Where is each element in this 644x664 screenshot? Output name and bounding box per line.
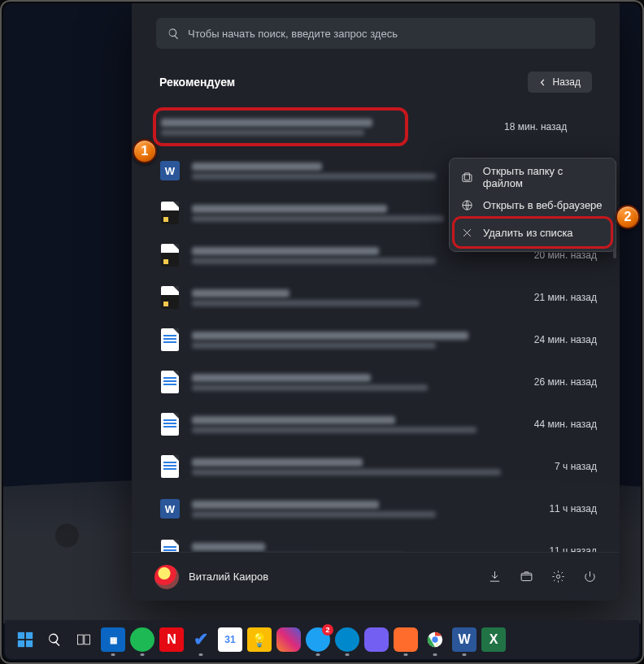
file-icon: [159, 454, 181, 479]
search-placeholder: Чтобы начать поиск, введите запрос здесь: [188, 28, 398, 40]
menu-remove-label: Удалить из списка: [483, 227, 573, 239]
menu-open-folder[interactable]: Открыть папку с файлом: [455, 163, 611, 191]
desktop-background: Чтобы начать поиск, введите запрос здесь…: [3, 3, 641, 661]
search-icon: [47, 632, 62, 647]
folder-icon: [461, 171, 473, 184]
taskbar-spotify[interactable]: [130, 627, 154, 652]
search-box[interactable]: Чтобы начать поиск, введите запрос здесь: [156, 18, 595, 49]
item-text: [192, 456, 543, 478]
twitter-badge: 2: [322, 624, 333, 636]
menu-open-browser-label: Открыть в веб-браузере: [483, 199, 603, 211]
item-time: 11 ч назад: [549, 545, 602, 552]
recommended-item[interactable]: 11 ч назад: [150, 530, 611, 552]
file-icon: [159, 412, 181, 436]
file-icon: W: [159, 158, 181, 183]
item-time: 21 мин. назад: [534, 292, 602, 303]
recommended-item[interactable]: W11 ч назад: [150, 488, 611, 530]
svg-rect-5: [18, 632, 24, 639]
item-text: [192, 371, 523, 393]
taskbar-search[interactable]: [42, 627, 67, 652]
power-icon[interactable]: [583, 570, 597, 584]
menu-remove-from-list[interactable]: Удалить из списка: [455, 219, 611, 246]
recommended-item[interactable]: 21 мин. назад: [150, 276, 611, 319]
file-icon: W: [159, 497, 181, 521]
file-icon: [159, 539, 181, 552]
item-text: [161, 116, 397, 138]
item-text: [192, 414, 523, 436]
item-time: 18 мин. назад: [504, 121, 572, 132]
context-menu: Открыть папку с файлом Открыть в веб-бра…: [449, 158, 616, 252]
taskbar-word[interactable]: W: [452, 627, 476, 652]
item-time: 26 мин. назад: [534, 376, 602, 388]
item-text: [192, 287, 523, 309]
svg-point-12: [432, 636, 437, 642]
globe-icon: [461, 199, 473, 211]
taskbar-twitter[interactable]: 2: [306, 627, 330, 652]
recommended-item[interactable]: 18 мин. назад: [154, 109, 407, 145]
back-label: Назад: [553, 76, 581, 88]
section-header: Рекомендуем Назад: [132, 57, 620, 99]
recommended-item[interactable]: 24 мин. назад: [150, 319, 611, 361]
svg-rect-3: [521, 573, 532, 580]
taskbar-app-orange[interactable]: [394, 627, 418, 652]
taskbar-calendar[interactable]: 31: [218, 627, 242, 652]
taskbar-keep[interactable]: 💡: [247, 627, 272, 652]
chevron-left-icon: [539, 79, 546, 86]
svg-rect-7: [18, 640, 24, 647]
start-button[interactable]: [13, 627, 37, 652]
taskbar: ▦ N ✔ 31 💡 2 W X: [5, 620, 639, 659]
file-icon: [159, 285, 181, 310]
svg-rect-1: [464, 172, 469, 180]
user-name: Виталий Каиров: [189, 571, 268, 583]
svg-point-4: [556, 575, 559, 578]
section-title: Рекомендуем: [159, 76, 235, 89]
taskbar-app-calc[interactable]: ▦: [101, 627, 125, 652]
footer-icons: [488, 570, 597, 584]
item-time: 44 мин. назад: [534, 419, 602, 430]
annotation-marker-1: 1: [133, 139, 157, 163]
user-account[interactable]: Виталий Каиров: [154, 565, 268, 589]
svg-rect-9: [78, 635, 84, 644]
menu-open-folder-label: Открыть папку с файлом: [483, 165, 604, 189]
task-view[interactable]: [72, 627, 96, 652]
file-icon: [159, 370, 181, 394]
recommended-list: 18 мин. назадW20 мин. назад21 мин. назад…: [132, 99, 620, 552]
search-icon: [168, 28, 180, 40]
back-button[interactable]: Назад: [528, 72, 592, 93]
settings-icon[interactable]: [551, 570, 565, 584]
item-time: 24 мин. назад: [534, 334, 602, 345]
svg-rect-6: [26, 632, 33, 639]
taskbar-todo[interactable]: ✔: [189, 627, 213, 652]
recommended-item[interactable]: 7 ч назад: [150, 445, 611, 488]
avatar: [154, 565, 179, 589]
file-icon: [159, 328, 181, 352]
item-text: [192, 498, 537, 520]
file-icon: [159, 243, 181, 267]
chrome-icon: [426, 631, 444, 649]
start-footer: Виталий Каиров: [132, 552, 620, 601]
item-time: 7 ч назад: [555, 461, 602, 472]
taskbar-viber[interactable]: [364, 627, 389, 652]
svg-rect-0: [463, 174, 472, 181]
item-text: [192, 540, 537, 553]
task-view-icon: [76, 631, 92, 648]
windows-icon: [16, 631, 34, 649]
file-icon: [159, 201, 181, 225]
menu-open-browser[interactable]: Открыть в веб-браузере: [455, 191, 611, 219]
recommended-item[interactable]: 44 мин. назад: [150, 403, 611, 445]
taskbar-excel[interactable]: X: [481, 627, 506, 652]
file-explorer-icon[interactable]: [520, 570, 533, 584]
taskbar-telegram[interactable]: [335, 627, 359, 652]
taskbar-instagram[interactable]: [276, 627, 301, 652]
svg-rect-10: [85, 635, 90, 644]
item-time: 11 ч назад: [549, 503, 602, 514]
start-menu-panel: Чтобы начать поиск, введите запрос здесь…: [132, 3, 620, 601]
downloads-icon[interactable]: [488, 570, 502, 584]
annotation-marker-2: 2: [616, 205, 640, 229]
item-text: [192, 329, 523, 351]
close-icon: [461, 227, 473, 239]
recommended-item[interactable]: 26 мин. назад: [150, 361, 611, 403]
taskbar-chrome[interactable]: [423, 627, 447, 652]
taskbar-netflix[interactable]: N: [159, 627, 184, 652]
svg-rect-8: [26, 640, 33, 647]
